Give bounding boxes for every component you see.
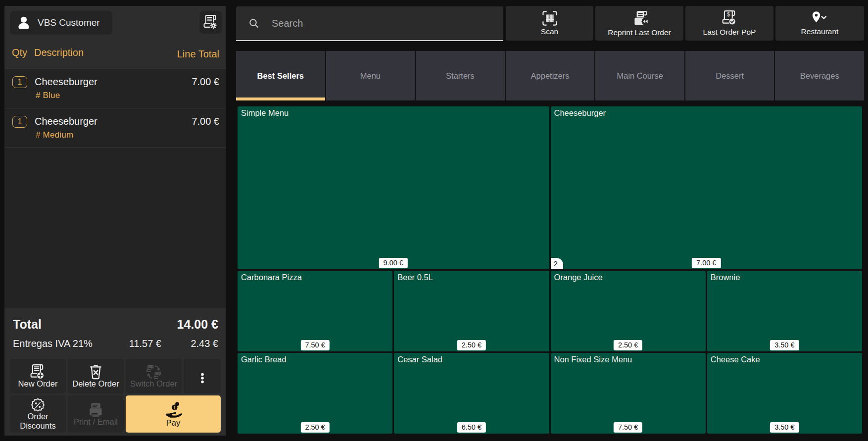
svg-text:1: 1 [173, 405, 176, 410]
svg-text:$: $ [727, 11, 730, 17]
